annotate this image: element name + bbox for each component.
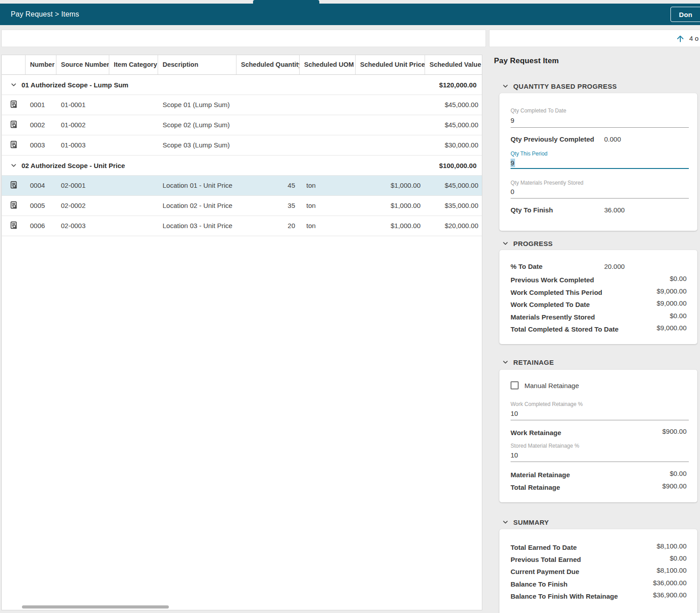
cell-source-number: 01-0001 — [56, 95, 109, 115]
document-search-icon[interactable] — [9, 181, 18, 191]
pct-to-date-value: 20.000 — [604, 263, 625, 270]
document-search-icon[interactable] — [9, 100, 18, 110]
group-label: 02 Authorized Scope - Unit Price — [21, 162, 125, 169]
qty-this-period-input[interactable]: 9 — [511, 159, 515, 167]
retainage-card: Manual Retainage Work Completed Retainag… — [499, 370, 697, 502]
manual-retainage-checkbox[interactable] — [511, 381, 519, 389]
work-retainage-row: Work Retainage $900.00 — [511, 429, 687, 438]
cell-number: 0004 — [26, 176, 56, 195]
row-label: Work Completed To Date — [511, 301, 590, 308]
section-title: SUMMARY — [513, 518, 549, 526]
column-header-scheduled-quantity[interactable]: Scheduled Quantity — [236, 55, 300, 74]
selected-text: 9 — [511, 159, 515, 167]
chevron-down-icon[interactable] — [11, 82, 17, 88]
work-retainage-label: Work Retainage — [511, 429, 561, 436]
cell-scheduled-value: $45,000.00 — [425, 95, 483, 115]
section-header-summary[interactable]: SUMMARY — [502, 518, 549, 527]
cell-description: Scope 03 (Lump Sum) — [158, 135, 236, 155]
cell-scheduled-uom: ton — [300, 216, 356, 236]
work-completed-retainage-pct-input[interactable]: 10 — [511, 410, 518, 417]
column-header-scheduled-uom[interactable]: Scheduled UOM — [300, 55, 356, 74]
done-button[interactable]: Don — [670, 7, 700, 22]
cell-scheduled-value: $35,000.00 — [425, 196, 483, 216]
input-underline — [511, 198, 689, 199]
section-header-progress[interactable]: PROGRESS — [502, 239, 553, 248]
table-row[interactable]: 0006 02-0003 Location 03 - Unit Price 20… — [2, 216, 482, 236]
qty-materials-stored-label: Qty Materials Presently Stored — [511, 180, 584, 186]
cell-scheduled-quantity: 45 — [236, 176, 300, 195]
group-row-lump-sum[interactable]: 01 Authorized Scope - Lump Sum $120,000.… — [2, 75, 482, 95]
cell-source-number: 01-0003 — [56, 135, 109, 155]
table-row[interactable]: 0005 02-0002 Location 02 - Unit Price 35… — [2, 196, 482, 216]
summary-card: Total Earned To Date $8,100.00 Previous … — [499, 529, 697, 613]
table-row-selected[interactable]: 0004 02-0001 Location 01 - Unit Price 45… — [2, 176, 482, 196]
stored-material-retainage-pct-input[interactable]: 10 — [511, 451, 518, 459]
table-row[interactable]: 0001 01-0001 Scope 01 (Lump Sum) $45,000… — [2, 95, 482, 115]
row-label: Materials Presently Stored — [511, 313, 595, 321]
document-search-icon[interactable] — [9, 120, 18, 130]
column-header-scheduled-value[interactable]: Scheduled Value — [425, 55, 483, 74]
group-total: $100,000.00 — [439, 162, 482, 169]
table-header-row: Number Source Number Item Category Descr… — [2, 55, 482, 75]
column-header-description[interactable]: Description — [158, 55, 236, 74]
chevron-down-icon — [502, 519, 508, 525]
document-search-icon[interactable] — [9, 201, 18, 211]
group-row-unit-price[interactable]: 02 Authorized Scope - Unit Price $100,00… — [2, 155, 482, 176]
cell-scheduled-value: $45,000.00 — [425, 115, 483, 135]
cell-item-category — [109, 216, 158, 236]
cell-scheduled-unit-price — [356, 135, 425, 155]
document-search-icon[interactable] — [9, 221, 18, 231]
input-underline — [511, 127, 689, 128]
row-value: $36,000.00 — [653, 579, 687, 587]
qty-this-period-label: Qty This Period — [511, 151, 547, 157]
cell-scheduled-unit-price: $1,000.00 — [356, 196, 425, 216]
qty-to-finish-row: Qty To Finish 36.000 — [511, 206, 687, 215]
qty-completed-to-date-input[interactable]: 9 — [511, 117, 514, 124]
cell-scheduled-uom — [300, 95, 356, 115]
row-label: Work Completed This Period — [511, 289, 602, 296]
row-value: $8,100.00 — [657, 566, 687, 574]
qty-materials-stored-input[interactable]: 0 — [511, 188, 514, 195]
cell-scheduled-uom: ton — [300, 196, 356, 216]
column-header-source-number[interactable]: Source Number — [56, 55, 109, 74]
section-header-quantity-based-progress[interactable]: QUANTITY BASED PROGRESS — [502, 82, 617, 91]
cell-number: 0001 — [26, 95, 56, 115]
cell-item-category — [109, 135, 158, 155]
horizontal-scrollbar[interactable] — [22, 605, 169, 609]
row-value: $9,000.00 — [657, 287, 687, 295]
table-row[interactable]: 0002 01-0002 Scope 02 (Lump Sum) $45,000… — [2, 115, 482, 135]
row-value: $9,000.00 — [657, 324, 687, 332]
summary-row: Balance To Finish With Retainage $36,900… — [511, 592, 687, 601]
column-header-item-category[interactable]: Item Category — [109, 55, 158, 74]
cell-item-category — [109, 176, 158, 195]
pay-request-items-screen: Pay Request > Items Don 4 o Number Sourc… — [0, 0, 700, 613]
table-row[interactable]: 0003 01-0003 Scope 03 (Lump Sum) $30,000… — [2, 135, 482, 155]
cell-item-category — [109, 95, 158, 115]
chevron-down-icon — [502, 359, 508, 365]
material-retainage-label: Material Retainage — [511, 471, 570, 479]
column-header-scheduled-unit-price[interactable]: Scheduled Unit Price — [356, 55, 425, 74]
cell-number: 0002 — [26, 115, 56, 135]
focused-input-underline — [511, 168, 689, 169]
column-header-icon — [2, 55, 26, 74]
summary-row: Previous Total Earned $0.00 — [511, 556, 687, 565]
chevron-down-icon[interactable] — [11, 163, 17, 168]
document-search-icon[interactable] — [9, 140, 18, 151]
cell-scheduled-unit-price: $1,000.00 — [356, 216, 425, 236]
cell-scheduled-quantity — [236, 135, 300, 155]
cell-scheduled-unit-price — [356, 115, 425, 135]
group-total: $120,000.00 — [439, 81, 482, 89]
items-table: Number Source Number Item Category Descr… — [1, 55, 482, 610]
column-header-number[interactable]: Number — [26, 55, 56, 74]
material-retainage-row: Material Retainage $0.00 — [511, 471, 687, 480]
section-header-retainage[interactable]: RETAINAGE — [502, 358, 554, 367]
arrow-up-icon[interactable] — [676, 34, 685, 43]
row-label: Total Completed & Stored To Date — [511, 325, 618, 333]
toolbar-right: 4 o — [489, 30, 700, 47]
pct-to-date-row: % To Date 20.000 — [511, 263, 687, 272]
section-title: QUANTITY BASED PROGRESS — [513, 82, 617, 90]
qty-to-finish-value: 36.000 — [604, 206, 625, 214]
qty-to-finish-label: Qty To Finish — [511, 206, 553, 214]
row-value: $8,100.00 — [657, 542, 687, 550]
breadcrumb: Pay Request > Items — [11, 10, 79, 18]
